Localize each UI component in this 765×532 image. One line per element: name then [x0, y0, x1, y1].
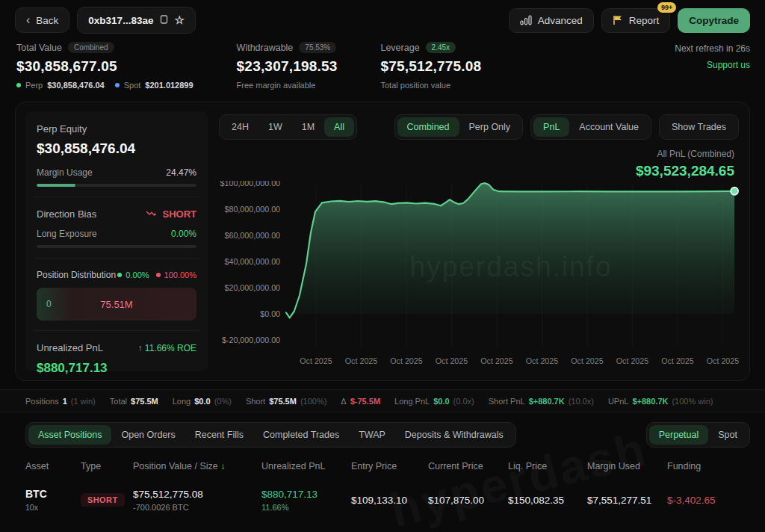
- mode-perp-only[interactable]: Perp Only: [459, 117, 521, 137]
- range-24h[interactable]: 24H: [222, 117, 258, 137]
- metric-pnl[interactable]: PnL: [533, 117, 569, 137]
- advanced-label: Advanced: [538, 15, 583, 26]
- range-1m[interactable]: 1M: [292, 117, 324, 137]
- positions-summary-strip: Positions 1 (1 win) Total $75.5M Long $0…: [0, 389, 765, 412]
- metric-toggle-group: PnL Account Value: [530, 114, 651, 140]
- market-perpetual[interactable]: Perpetual: [649, 425, 709, 445]
- leverage-badge: 2.45x: [426, 42, 456, 53]
- sort-down-icon: ↓: [220, 461, 225, 471]
- distribution-short-value: 75.51M: [37, 299, 196, 310]
- distribution-long-value: 0: [46, 299, 52, 309]
- cell-entry-price: $109,133.10: [351, 486, 428, 516]
- pnl-chart-svg[interactable]: Oct 2025Oct 2025Oct 2025Oct 2025Oct 2025…: [219, 181, 739, 371]
- col-entry-price[interactable]: Entry Price: [351, 448, 428, 479]
- range-all[interactable]: All: [324, 117, 354, 137]
- total-value-label: Total Value: [16, 43, 62, 53]
- bar-chart-icon: [520, 15, 532, 25]
- wallet-address: 0xb317...83ae: [88, 15, 153, 26]
- back-chevron-icon: ‹: [26, 14, 30, 26]
- perp-equity-label: Perp Equity: [37, 123, 196, 134]
- margin-usage-fill: [37, 184, 75, 187]
- tab-completed-trades[interactable]: Completed Trades: [253, 425, 349, 445]
- x-axis-label: Oct 2025: [661, 356, 694, 365]
- metric-account-value[interactable]: Account Value: [569, 117, 648, 137]
- y-axis-label: $40,000,000.00: [224, 257, 280, 266]
- short-dot: [156, 273, 161, 277]
- col-asset[interactable]: Asset: [25, 448, 81, 479]
- summary-short: Short $75.5M (100%): [246, 397, 326, 406]
- cell-funding: $-3,402.65: [667, 486, 740, 516]
- x-axis-label: Oct 2025: [436, 356, 468, 365]
- report-button-wrap: Report 99+: [601, 8, 671, 33]
- top-bar-actions: Advanced Report 99+ Copytrade: [509, 8, 750, 33]
- tab-recent-fills[interactable]: Recent Fills: [185, 425, 253, 445]
- show-trades-button[interactable]: Show Trades: [662, 117, 736, 137]
- stat-total-value: Total Value Combined $30,858,677.05 Perp…: [16, 42, 193, 90]
- long-dot: [117, 273, 122, 277]
- y-axis-label: $100,000,000.00: [220, 181, 281, 188]
- x-axis-label: Oct 2025: [616, 356, 649, 365]
- support-us-link[interactable]: Support us: [675, 60, 750, 70]
- spot-value: $201.012899: [145, 81, 193, 90]
- table-row[interactable]: BTC 10x SHORT $75,512,775.08 -700.0026 B…: [25, 479, 740, 522]
- long-pct: 0.00%: [126, 270, 149, 279]
- flag-icon: [613, 15, 623, 25]
- col-liq-price[interactable]: Liq. Price: [508, 448, 587, 479]
- cell-current-price: $107,875.00: [428, 486, 508, 516]
- cell-pnl-pct: 11.66%: [261, 503, 351, 512]
- col-current-price[interactable]: Current Price: [428, 448, 508, 479]
- col-position-value[interactable]: Position Value / Size ↓: [133, 448, 261, 479]
- summary-long-pnl: Long PnL $0.0 (0.0x): [394, 397, 474, 406]
- back-button[interactable]: ‹ Back: [15, 7, 69, 33]
- advanced-button[interactable]: Advanced: [509, 8, 594, 33]
- all-pnl-block: All PnL (Combined) $93,523,284.65: [219, 149, 739, 179]
- tab-asset-positions[interactable]: Asset Positions: [28, 425, 111, 445]
- range-1w[interactable]: 1W: [258, 117, 292, 137]
- tab-twap[interactable]: TWAP: [349, 425, 395, 445]
- market-spot[interactable]: Spot: [708, 425, 747, 445]
- trend-down-icon: [146, 208, 158, 220]
- col-unrealized-pnl[interactable]: Unrealized PnL: [261, 448, 351, 479]
- perp-label: Perp: [25, 81, 43, 90]
- x-axis-label: Oct 2025: [526, 356, 559, 365]
- cell-type-badge: SHORT: [81, 493, 125, 507]
- col-type[interactable]: Type: [81, 448, 133, 479]
- pnl-chart[interactable]: Oct 2025Oct 2025Oct 2025Oct 2025Oct 2025…: [219, 181, 739, 374]
- long-exposure-label: Long Exposure: [37, 229, 97, 239]
- x-axis-label: Oct 2025: [345, 356, 378, 365]
- star-icon[interactable]: ☆: [174, 13, 184, 27]
- y-axis-label: $0.00: [260, 309, 280, 318]
- withdrawable-label: Withdrawable: [237, 43, 294, 53]
- copy-icon[interactable]: [159, 15, 168, 25]
- tab-open-orders[interactable]: Open Orders: [111, 425, 185, 445]
- tab-deposits-withdrawals[interactable]: Deposits & Withdrawals: [395, 425, 513, 445]
- cell-unrealized-pnl: $880,717.13: [261, 489, 351, 500]
- y-axis-label: $60,000,000.00: [224, 231, 280, 240]
- refresh-info: Next refresh in 26s Support us: [675, 42, 750, 90]
- wallet-address-pill[interactable]: 0xb317...83ae ☆: [77, 7, 196, 34]
- long-exposure-value: 0.00%: [171, 229, 196, 239]
- copytrade-button[interactable]: Copytrade: [678, 8, 750, 33]
- mode-toggle-group: Combined Perp Only: [394, 114, 524, 140]
- withdrawable-pct-badge: 75.53%: [299, 42, 336, 53]
- unrealized-pnl-label: Unrealized PnL: [37, 342, 103, 353]
- col-margin-used[interactable]: Margin Used: [587, 448, 667, 479]
- next-refresh-text: Next refresh in 26s: [675, 43, 750, 54]
- cell-margin-used: $7,551,277.51: [587, 486, 667, 516]
- x-axis-label: Oct 2025: [707, 356, 739, 365]
- roe-value: 11.66% ROE: [145, 343, 196, 353]
- cell-liq-price: $150,082.35: [508, 486, 587, 516]
- mode-combined[interactable]: Combined: [397, 117, 459, 137]
- position-distribution-bar: 0 75.51M: [37, 288, 196, 321]
- chart-controls: 24H 1W 1M All Combined Perp Only PnL Acc…: [219, 114, 739, 140]
- equity-side-panel: Perp Equity $30,858,476.04 Margin Usage …: [25, 111, 208, 371]
- total-value-amount: $30,858,677.05: [16, 58, 193, 75]
- cell-size: -700.0026 BTC: [133, 503, 261, 512]
- col-funding[interactable]: Funding: [667, 448, 740, 479]
- summary-delta: Δ $-75.5M: [341, 397, 380, 406]
- bottom-tabs-row: Asset Positions Open Orders Recent Fills…: [25, 422, 750, 448]
- report-label: Report: [629, 15, 660, 26]
- hyperdash-dashboard: ‹ Back 0xb317...83ae ☆ Advanced: [0, 0, 765, 532]
- x-axis-label: Oct 2025: [390, 356, 423, 365]
- all-pnl-label: All PnL (Combined): [219, 149, 734, 159]
